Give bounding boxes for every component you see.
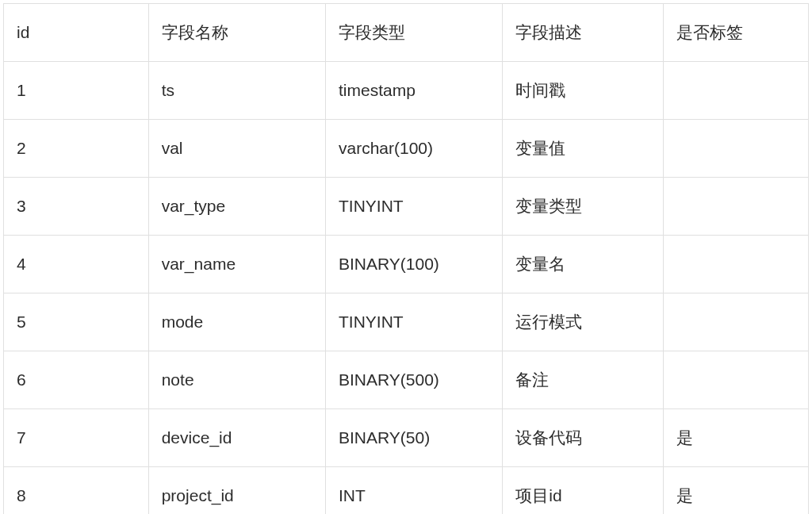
cell-id: 1	[4, 62, 149, 120]
table-row: 5 mode TINYINT 运行模式	[4, 293, 809, 351]
cell-type: varchar(100)	[325, 120, 502, 178]
cell-desc: 变量值	[503, 120, 664, 178]
cell-tag: 是	[664, 409, 809, 467]
table-row: 6 note BINARY(500) 备注	[4, 351, 809, 409]
cell-tag	[664, 120, 809, 178]
cell-desc: 项目id	[503, 467, 664, 515]
cell-name: project_id	[148, 467, 325, 515]
header-field-type: 字段类型	[325, 4, 502, 62]
table-body: 1 ts timestamp 时间戳 2 val varchar(100) 变量…	[4, 62, 809, 515]
cell-name: val	[148, 120, 325, 178]
cell-id: 5	[4, 293, 149, 351]
header-field-name: 字段名称	[148, 4, 325, 62]
cell-desc: 备注	[503, 351, 664, 409]
cell-tag	[664, 351, 809, 409]
cell-type: TINYINT	[325, 293, 502, 351]
table-row: 2 val varchar(100) 变量值	[4, 120, 809, 178]
cell-type: timestamp	[325, 62, 502, 120]
cell-tag	[664, 293, 809, 351]
cell-id: 8	[4, 467, 149, 515]
cell-type: BINARY(500)	[325, 351, 502, 409]
cell-id: 2	[4, 120, 149, 178]
cell-name: device_id	[148, 409, 325, 467]
table-row: 7 device_id BINARY(50) 设备代码 是	[4, 409, 809, 467]
cell-desc: 变量类型	[503, 178, 664, 236]
cell-type: BINARY(50)	[325, 409, 502, 467]
cell-type: BINARY(100)	[325, 236, 502, 293]
cell-tag	[664, 178, 809, 236]
table-header-row: id 字段名称 字段类型 字段描述 是否标签	[4, 4, 809, 62]
cell-name: mode	[148, 293, 325, 351]
cell-id: 4	[4, 236, 149, 293]
cell-name: var_type	[148, 178, 325, 236]
cell-id: 6	[4, 351, 149, 409]
header-field-desc: 字段描述	[503, 4, 664, 62]
cell-desc: 时间戳	[503, 62, 664, 120]
table-row: 4 var_name BINARY(100) 变量名	[4, 236, 809, 293]
cell-type: INT	[325, 467, 502, 515]
cell-name: note	[148, 351, 325, 409]
cell-tag	[664, 236, 809, 293]
header-id: id	[4, 4, 149, 62]
cell-desc: 运行模式	[503, 293, 664, 351]
cell-name: ts	[148, 62, 325, 120]
schema-table: id 字段名称 字段类型 字段描述 是否标签 1 ts timestamp 时间…	[3, 3, 809, 514]
table-row: 3 var_type TINYINT 变量类型	[4, 178, 809, 236]
cell-tag	[664, 62, 809, 120]
cell-id: 7	[4, 409, 149, 467]
table-row: 8 project_id INT 项目id 是	[4, 467, 809, 515]
cell-desc: 设备代码	[503, 409, 664, 467]
table-header: id 字段名称 字段类型 字段描述 是否标签	[4, 4, 809, 62]
header-is-tag: 是否标签	[664, 4, 809, 62]
cell-desc: 变量名	[503, 236, 664, 293]
cell-id: 3	[4, 178, 149, 236]
cell-tag: 是	[664, 467, 809, 515]
cell-type: TINYINT	[325, 178, 502, 236]
table-row: 1 ts timestamp 时间戳	[4, 62, 809, 120]
cell-name: var_name	[148, 236, 325, 293]
